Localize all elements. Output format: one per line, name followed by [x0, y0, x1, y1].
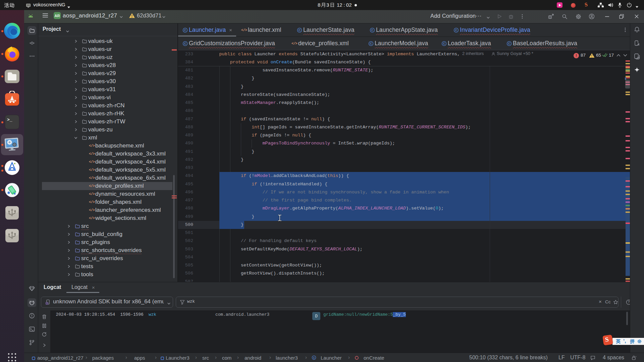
svg-text:C: C: [443, 42, 445, 45]
svg-text:C: C: [184, 28, 186, 32]
svg-text:C: C: [371, 28, 373, 32]
svg-text:?: ?: [628, 300, 630, 304]
svg-text:C: C: [370, 42, 372, 45]
svg-text:C: C: [508, 42, 510, 45]
svg-text:C: C: [455, 28, 457, 32]
svg-text:>_: >_: [7, 117, 12, 122]
svg-text:C: C: [184, 42, 186, 45]
svg-text:C: C: [298, 28, 301, 32]
svg-text:C: C: [313, 356, 315, 359]
